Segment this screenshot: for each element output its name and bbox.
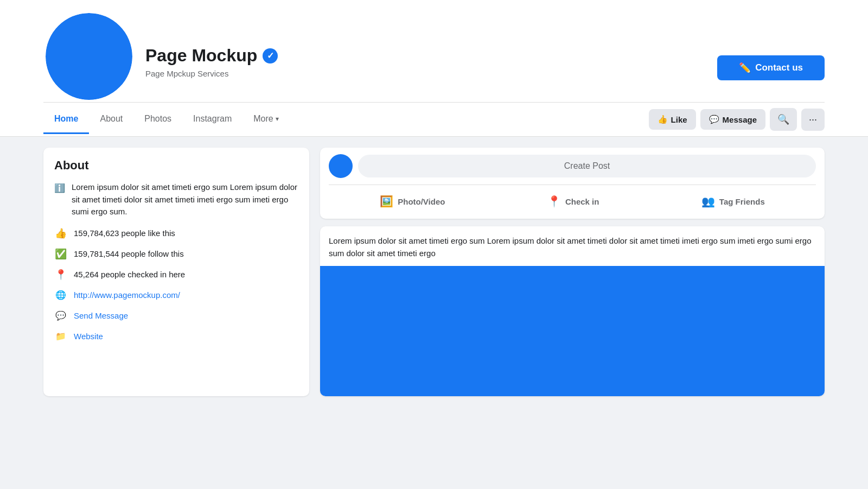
messenger-icon: 💬 xyxy=(709,115,719,124)
ellipsis-icon: ··· xyxy=(809,114,817,125)
page-name: Page Mockup xyxy=(145,46,257,66)
tab-home[interactable]: Home xyxy=(43,105,89,134)
page-category: Page Mpckup Services xyxy=(145,69,278,78)
feed-post: Lorem ipsum dolor sit amet timeti ergo s… xyxy=(320,226,825,396)
message-label: Message xyxy=(723,115,757,124)
checkmark-icon: ✅ xyxy=(54,247,67,261)
tab-instagram[interactable]: Instagram xyxy=(182,105,242,134)
thumbs-up-icon: 👍 xyxy=(54,227,67,240)
like-label: Like xyxy=(671,115,687,124)
info-icon: ℹ️ xyxy=(54,182,65,193)
user-avatar xyxy=(329,154,353,178)
tab-more[interactable]: More ▾ xyxy=(242,105,289,134)
verified-badge: ✓ xyxy=(263,48,278,63)
likes-value: 159,784,623 people like this xyxy=(74,228,175,238)
check-in-label: Check in xyxy=(565,197,599,206)
search-icon: 🔍 xyxy=(777,114,789,125)
feed-post-image xyxy=(320,266,825,396)
nav-bar: Home About Photos Instagram More ▾ 👍 Lik… xyxy=(43,102,825,136)
like-button[interactable]: 👍 Like xyxy=(649,109,696,130)
more-label: More xyxy=(253,114,273,124)
photo-video-button[interactable]: 🖼️ Photo/Video xyxy=(371,190,454,212)
tag-friends-label: Tag Friends xyxy=(719,197,765,206)
website-link-row: 🌐 http://www.pagemockup.com/ xyxy=(54,289,298,302)
like-icon: 👍 xyxy=(658,115,668,124)
checkins-stat: 📍 45,264 people checked in here xyxy=(54,268,298,281)
page-avatar xyxy=(43,11,135,102)
folder-icon: 📁 xyxy=(54,330,67,343)
more-options-button[interactable]: ··· xyxy=(801,109,825,131)
photo-video-label: Photo/Video xyxy=(398,197,445,206)
globe-icon: 🌐 xyxy=(54,289,67,302)
tab-about[interactable]: About xyxy=(89,105,133,134)
checkins-value: 45,264 people checked in here xyxy=(74,270,185,279)
pencil-icon: ✏️ xyxy=(739,62,751,74)
check-in-icon: 📍 xyxy=(547,195,561,208)
feed-post-text: Lorem ipsum dolor sit amet timeti ergo s… xyxy=(320,226,825,266)
followers-value: 159,781,544 people follow this xyxy=(74,249,184,258)
contact-us-button[interactable]: ✏️ Contact us xyxy=(717,55,825,80)
about-title: About xyxy=(54,158,298,173)
location-icon: 📍 xyxy=(54,268,67,281)
create-post-input[interactable]: Create Post xyxy=(358,155,816,177)
website-url[interactable]: http://www.pagemockup.com/ xyxy=(74,290,180,300)
about-card: About ℹ️ Lorem ipsum dolor sit amet time… xyxy=(43,148,309,396)
check-in-button[interactable]: 📍 Check in xyxy=(539,190,608,212)
tab-photos[interactable]: Photos xyxy=(133,105,182,134)
tag-friends-button[interactable]: 👥 Tag Friends xyxy=(693,190,774,212)
chevron-down-icon: ▾ xyxy=(276,115,279,123)
send-message-link-row: 💬 Send Message xyxy=(54,309,298,322)
search-button[interactable]: 🔍 xyxy=(770,108,797,131)
message-button[interactable]: 💬 Message xyxy=(700,109,765,130)
website-label-link[interactable]: Website xyxy=(74,332,103,341)
tag-friends-icon: 👥 xyxy=(701,195,715,208)
about-description: Lorem ipsum dolor sit amet timeti ergo s… xyxy=(72,181,298,218)
likes-stat: 👍 159,784,623 people like this xyxy=(54,227,298,240)
create-post-card: Create Post 🖼️ Photo/Video 📍 Check in 👥 … xyxy=(320,148,825,219)
website-label-row: 📁 Website xyxy=(54,330,298,343)
followers-stat: ✅ 159,781,544 people follow this xyxy=(54,247,298,261)
photo-video-icon: 🖼️ xyxy=(380,195,393,208)
messenger-small-icon: 💬 xyxy=(54,309,67,322)
send-message-link[interactable]: Send Message xyxy=(74,311,128,320)
contact-btn-label: Contact us xyxy=(755,62,803,73)
